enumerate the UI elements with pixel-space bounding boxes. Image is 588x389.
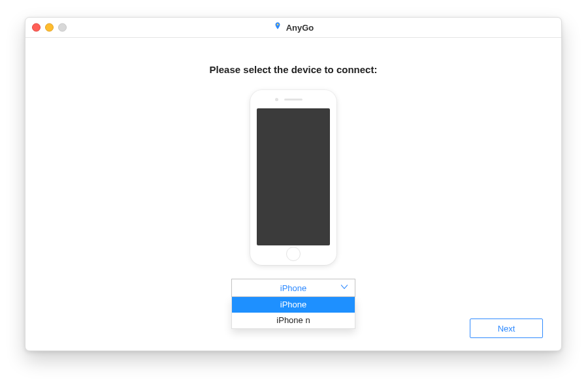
zoom-window-button[interactable] [58,23,67,32]
device-option-iphone-n[interactable]: iPhone n [232,313,355,328]
device-illustration [250,90,336,265]
title-wrap: AnyGo [273,22,314,33]
svg-point-0 [276,23,278,25]
phone-camera-icon [275,98,278,101]
next-button[interactable]: Next [470,319,543,338]
window-controls [32,23,67,32]
device-select-value: iPhone [280,283,306,293]
device-option-iphone[interactable]: iPhone [232,297,355,313]
device-select: iPhone iPhone iPhone n [231,279,355,329]
device-select-trigger[interactable]: iPhone [231,279,355,297]
phone-mock [250,90,336,265]
phone-home-button-icon [286,247,301,261]
chevron-down-icon [339,282,350,294]
minimize-window-button[interactable] [45,23,54,32]
window-title: AnyGo [286,23,314,33]
next-button-label: Next [498,324,515,334]
phone-speaker-icon [284,99,302,101]
prompt-text: Please select the device to connect: [25,64,561,75]
phone-screen [257,108,330,245]
device-select-list: iPhone iPhone n [231,297,355,329]
titlebar: AnyGo [25,18,561,38]
map-pin-icon [273,22,282,33]
app-window: AnyGo Please select the device to connec… [25,17,562,351]
content-area: Please select the device to connect: iPh… [25,38,561,351]
close-window-button[interactable] [32,23,41,32]
